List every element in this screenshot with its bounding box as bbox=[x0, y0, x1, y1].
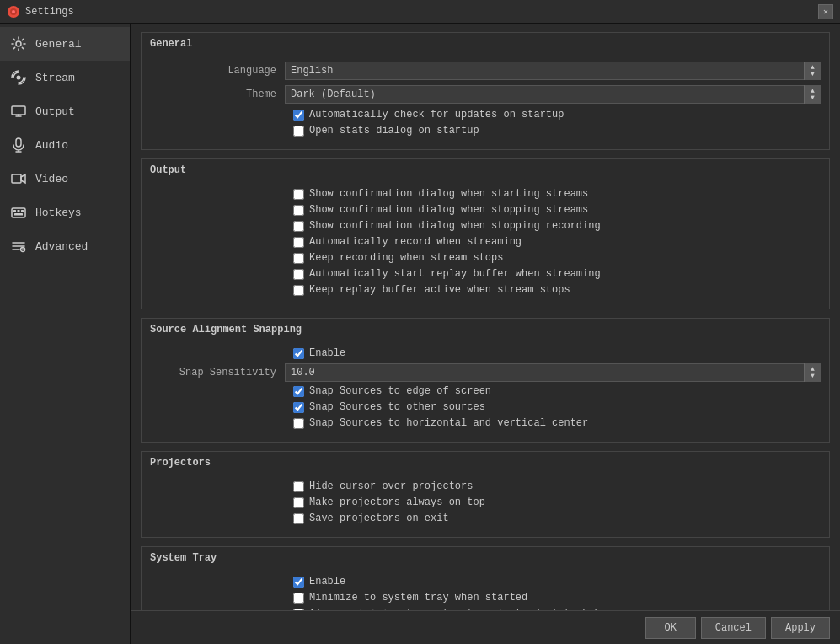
sidebar-label-stream: Stream bbox=[35, 72, 75, 84]
section-title-output: Output bbox=[142, 159, 829, 181]
sidebar-item-general[interactable]: General bbox=[0, 27, 130, 61]
snap-enable-checkbox[interactable] bbox=[293, 348, 304, 359]
snap-sensitivity-control: ▲ ▼ bbox=[285, 363, 821, 382]
confirm-stop-label[interactable]: Show confirmation dialog when stopping s… bbox=[309, 204, 588, 216]
svg-rect-7 bbox=[12, 174, 21, 183]
save-exit-label[interactable]: Save projectors on exit bbox=[309, 513, 449, 524]
language-select[interactable]: English bbox=[285, 62, 821, 80]
keep-record-label[interactable]: Keep recording when stream stops bbox=[309, 252, 503, 264]
checkbox-snap-edge: Snap Sources to edge of screen bbox=[150, 385, 821, 397]
auto-record-label[interactable]: Automatically record when streaming bbox=[309, 236, 522, 248]
hotkeys-icon bbox=[10, 204, 27, 221]
sidebar-item-hotkeys[interactable]: Hotkeys bbox=[0, 196, 130, 229]
svg-rect-6 bbox=[16, 138, 21, 147]
spinbox-arrow: ▲ ▼ bbox=[804, 363, 821, 382]
snap-edge-label[interactable]: Snap Sources to edge of screen bbox=[309, 385, 491, 397]
advanced-icon bbox=[10, 238, 27, 255]
spinbox-down-icon[interactable]: ▼ bbox=[805, 373, 821, 379]
auto-update-checkbox[interactable] bbox=[293, 110, 304, 121]
section-general: General Language English ▲ ▼ bbox=[141, 32, 830, 150]
hide-cursor-checkbox[interactable] bbox=[293, 481, 304, 492]
auto-update-label[interactable]: Automatically check for updates on start… bbox=[309, 109, 564, 121]
video-icon bbox=[10, 170, 27, 187]
confirm-stop-checkbox[interactable] bbox=[293, 205, 304, 216]
snap-edge-checkbox[interactable] bbox=[293, 386, 304, 397]
confirm-rec-label[interactable]: Show confirmation dialog when stopping r… bbox=[309, 220, 601, 232]
svg-rect-10 bbox=[18, 210, 20, 212]
title-bar: Settings ✕ bbox=[0, 0, 840, 24]
section-output: Output Show confirmation dialog when sta… bbox=[141, 158, 830, 309]
checkbox-auto-update: Automatically check for updates on start… bbox=[150, 109, 821, 121]
always-top-checkbox[interactable] bbox=[293, 497, 304, 508]
confirm-rec-checkbox[interactable] bbox=[293, 221, 304, 232]
section-content-projectors: Hide cursor over projectors Make project… bbox=[142, 474, 829, 537]
section-title-system-tray: System Tray bbox=[142, 547, 829, 569]
tray-enable-label[interactable]: Enable bbox=[309, 576, 345, 588]
tray-enable-checkbox[interactable] bbox=[293, 577, 304, 588]
section-projectors: Projectors Hide cursor over projectors M… bbox=[141, 451, 830, 538]
sidebar-label-advanced: Advanced bbox=[35, 240, 88, 253]
keep-record-checkbox[interactable] bbox=[293, 253, 304, 264]
tray-minimize-label[interactable]: Minimize to system tray when started bbox=[309, 592, 527, 604]
snap-sensitivity-label: Snap Sensitivity bbox=[150, 367, 285, 378]
checkbox-keep-record: Keep recording when stream stops bbox=[150, 252, 821, 264]
theme-label: Theme bbox=[150, 89, 285, 100]
ok-button[interactable]: OK bbox=[645, 617, 696, 639]
save-exit-checkbox[interactable] bbox=[293, 513, 304, 524]
checkbox-confirm-start: Show confirmation dialog when starting s… bbox=[150, 188, 821, 200]
always-top-label[interactable]: Make projectors always on top bbox=[309, 496, 485, 508]
open-stats-label[interactable]: Open stats dialog on startup bbox=[309, 125, 479, 137]
app-icon bbox=[7, 5, 20, 19]
svg-rect-5 bbox=[12, 106, 25, 115]
content-scroll: General Language English ▲ ▼ bbox=[141, 32, 830, 644]
replay-start-checkbox[interactable] bbox=[293, 269, 304, 280]
sidebar-label-video: Video bbox=[35, 173, 68, 185]
snap-sensitivity-spinbox: ▲ ▼ bbox=[285, 363, 821, 382]
confirm-start-label[interactable]: Show confirmation dialog when starting s… bbox=[309, 188, 588, 200]
cancel-button[interactable]: Cancel bbox=[701, 617, 766, 639]
language-row: Language English ▲ ▼ bbox=[150, 62, 821, 80]
checkbox-snap-center: Snap Sources to horizontal and vertical … bbox=[150, 417, 821, 429]
sidebar-label-audio: Audio bbox=[35, 139, 68, 152]
open-stats-checkbox[interactable] bbox=[293, 126, 304, 137]
theme-select[interactable]: Dark (Default) bbox=[285, 85, 821, 104]
snap-other-label[interactable]: Snap Sources to other sources bbox=[309, 401, 485, 413]
checkbox-replay-stop: Keep replay buffer active when stream st… bbox=[150, 284, 821, 296]
snap-other-checkbox[interactable] bbox=[293, 402, 304, 413]
snap-sensitivity-input[interactable] bbox=[285, 363, 821, 382]
checkbox-replay-start: Automatically start replay buffer when s… bbox=[150, 268, 821, 280]
checkbox-save-exit: Save projectors on exit bbox=[150, 513, 821, 524]
gear-icon bbox=[10, 35, 27, 52]
replay-stop-checkbox[interactable] bbox=[293, 285, 304, 296]
sidebar-item-audio[interactable]: Audio bbox=[0, 128, 130, 162]
replay-stop-label[interactable]: Keep replay buffer active when stream st… bbox=[309, 284, 570, 296]
section-title-projectors: Projectors bbox=[142, 452, 829, 474]
checkbox-auto-record: Automatically record when streaming bbox=[150, 236, 821, 248]
sidebar-item-stream[interactable]: Stream bbox=[0, 61, 130, 94]
theme-row: Theme Dark (Default) ▲ ▼ bbox=[150, 85, 821, 104]
hide-cursor-label[interactable]: Hide cursor over projectors bbox=[309, 480, 473, 492]
language-control: English ▲ ▼ bbox=[285, 62, 821, 80]
replay-start-label[interactable]: Automatically start replay buffer when s… bbox=[309, 268, 601, 280]
sidebar-item-video[interactable]: Video bbox=[0, 162, 130, 196]
sidebar-item-output[interactable]: Output bbox=[0, 94, 130, 128]
close-button[interactable]: ✕ bbox=[818, 4, 833, 19]
section-content-output: Show confirmation dialog when starting s… bbox=[142, 181, 829, 309]
confirm-start-checkbox[interactable] bbox=[293, 189, 304, 200]
apply-button[interactable]: Apply bbox=[771, 617, 830, 639]
snap-enable-label[interactable]: Enable bbox=[309, 347, 345, 359]
checkbox-snap-other: Snap Sources to other sources bbox=[150, 401, 821, 413]
svg-rect-8 bbox=[12, 208, 25, 217]
svg-rect-12 bbox=[14, 213, 23, 216]
stream-icon bbox=[10, 69, 27, 86]
snap-center-checkbox[interactable] bbox=[293, 418, 304, 429]
auto-record-checkbox[interactable] bbox=[293, 237, 304, 248]
output-icon bbox=[10, 103, 27, 120]
content-area: General Language English ▲ ▼ bbox=[131, 24, 840, 644]
tray-minimize-checkbox[interactable] bbox=[293, 593, 304, 604]
section-content-general: Language English ▲ ▼ bbox=[142, 55, 829, 149]
sidebar-item-advanced[interactable]: Advanced bbox=[0, 229, 130, 263]
checkbox-snap-enable: Enable bbox=[150, 347, 821, 359]
snap-center-label[interactable]: Snap Sources to horizontal and vertical … bbox=[309, 417, 588, 429]
sidebar: General Stream Output bbox=[0, 24, 131, 644]
